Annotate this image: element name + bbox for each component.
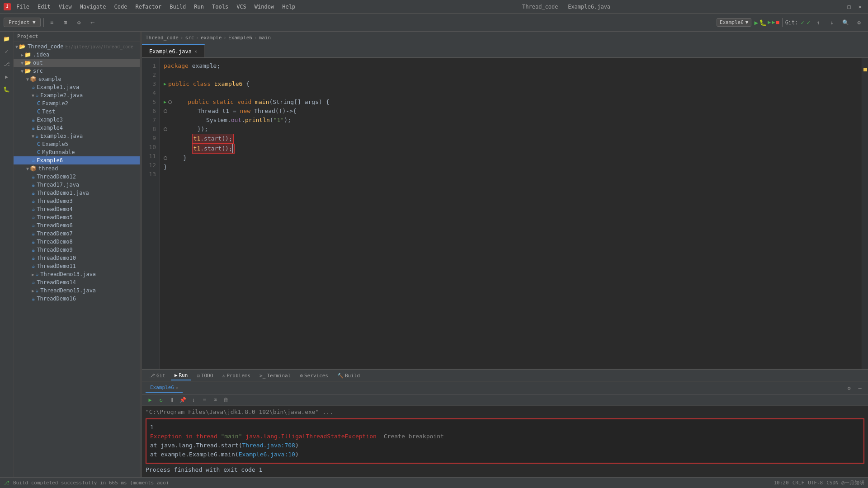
- window-controls[interactable]: — □ ✕: [834, 2, 864, 11]
- tree-item-threaddemo6[interactable]: ☕ ThreadDemo6: [14, 221, 140, 230]
- sidebar-project-icon[interactable]: 📁: [1, 33, 12, 44]
- tool-tab-run[interactable]: ▶ Run: [171, 371, 192, 380]
- tool-tab-git[interactable]: ⎇ Git: [146, 371, 169, 380]
- menu-code[interactable]: Code: [111, 3, 131, 11]
- tree-item-example5[interactable]: ▼ ☕ Example5.java: [14, 132, 140, 140]
- tool-tab-build[interactable]: 🔨 Build: [334, 371, 363, 380]
- tree-item-thread-code[interactable]: ▼ 📂 Thread_code E:/gitee/java/Thread_cod…: [14, 42, 140, 51]
- debug-button[interactable]: 🐛: [759, 19, 767, 26]
- run-stop-button[interactable]: ⏸: [167, 395, 176, 404]
- tree-item-example2[interactable]: ▼ ☕ Example2.java: [14, 91, 140, 99]
- menu-refactor[interactable]: Refactor: [132, 3, 165, 11]
- run-indicator-5[interactable]: ▶: [164, 98, 166, 107]
- tree-item-example4[interactable]: ☕ Example4: [14, 124, 140, 132]
- menu-file[interactable]: File: [13, 3, 33, 11]
- sidebar-commit-icon[interactable]: ✓: [1, 46, 12, 57]
- tree-item-threaddemo12[interactable]: ☕ ThreadDemo12: [14, 173, 140, 181]
- run-rerun-button[interactable]: ↻: [156, 395, 165, 404]
- tab-close-button[interactable]: ✕: [194, 49, 197, 54]
- menu-edit[interactable]: Edit: [34, 3, 54, 11]
- maximize-button[interactable]: □: [844, 2, 854, 11]
- coverage-button[interactable]: ▶: [768, 19, 771, 26]
- stop-button[interactable]: ■: [776, 19, 779, 26]
- tree-item-threaddemo10[interactable]: ☕ ThreadDemo10: [14, 254, 140, 262]
- menu-view[interactable]: View: [55, 3, 75, 11]
- tree-item-threaddemo3[interactable]: ☕ ThreadDemo3: [14, 197, 140, 205]
- tree-item-threaddemo5[interactable]: ☕ ThreadDemo5: [14, 213, 140, 221]
- tree-item-src[interactable]: ▼ 📂 src: [14, 67, 140, 75]
- tree-item-threaddemo1[interactable]: ☕ ThreadDemo1.java: [14, 189, 140, 197]
- sidebar-debug-icon[interactable]: 🐛: [1, 84, 12, 95]
- tab-example6[interactable]: Example6.java ✕: [142, 44, 205, 57]
- run-pin-button[interactable]: 📌: [178, 395, 187, 404]
- tree-item-threaddemo8[interactable]: ☕ ThreadDemo8: [14, 238, 140, 246]
- cog-icon[interactable]: ⚙: [74, 17, 85, 28]
- tree-item-threaddemo14[interactable]: ☕ ThreadDemo14: [14, 278, 140, 286]
- debug-dot-5[interactable]: [168, 100, 172, 104]
- sidebar-run-icon[interactable]: ▶: [1, 71, 12, 82]
- code-content-area[interactable]: package example; ▶ public class Example6…: [160, 58, 862, 369]
- view-mode-list[interactable]: ≡: [47, 17, 57, 28]
- close-button[interactable]: ✕: [855, 2, 864, 11]
- minimize-button[interactable]: —: [834, 2, 843, 11]
- menu-tools[interactable]: Tools: [208, 3, 232, 11]
- run-tab-close[interactable]: ✕: [176, 385, 178, 390]
- tool-tab-terminal[interactable]: >_ Terminal: [256, 371, 294, 380]
- tool-tab-todo[interactable]: ☑ TODO: [193, 371, 217, 380]
- tree-item-example2-sub[interactable]: C Example2: [14, 99, 140, 108]
- menu-help[interactable]: Help: [278, 3, 299, 11]
- tool-tab-problems[interactable]: ⚠ Problems: [219, 371, 255, 380]
- run-restart-button[interactable]: ▶: [146, 395, 155, 404]
- menu-bar[interactable]: File Edit View Navigate Code Refactor Bu…: [13, 3, 299, 11]
- tree-item-threaddemo16[interactable]: ☕ ThreadDemo16: [14, 295, 140, 303]
- tree-item-example1[interactable]: ☕ Example1.java: [14, 83, 140, 91]
- tree-item-threaddemo4[interactable]: ☕ ThreadDemo4: [14, 205, 140, 213]
- warning-marker[interactable]: [863, 68, 867, 71]
- run-settings-icon[interactable]: ⚙: [844, 384, 854, 393]
- menu-vcs[interactable]: VCS: [233, 3, 250, 11]
- run-panel-settings[interactable]: —: [855, 384, 864, 393]
- run-configuration[interactable]: Example6 ▼: [717, 18, 752, 27]
- run-indicator-3[interactable]: ▶: [164, 80, 166, 89]
- project-button[interactable]: Project ▼: [4, 18, 41, 27]
- run-scroll-button[interactable]: ↓: [189, 395, 198, 404]
- run-filter-button[interactable]: ≡: [200, 395, 209, 404]
- menu-run[interactable]: Run: [190, 3, 208, 11]
- tree-item-threaddemo7[interactable]: ☕ ThreadDemo7: [14, 230, 140, 238]
- menu-navigate[interactable]: Navigate: [76, 3, 110, 11]
- run-instance-tab[interactable]: Example6 ✕: [146, 383, 183, 393]
- run-clear-button[interactable]: 🗑: [222, 395, 231, 404]
- view-mode-grid[interactable]: ⊞: [60, 17, 71, 28]
- git-pull-icon[interactable]: ↓: [826, 17, 837, 28]
- tree-item-test[interactable]: C Test: [14, 108, 140, 116]
- search-icon[interactable]: 🔍: [840, 17, 851, 28]
- tree-item-example5-sub[interactable]: C Example5: [14, 140, 140, 148]
- sidebar-git-icon[interactable]: ⎇: [1, 59, 12, 70]
- tree-item-myrunnable[interactable]: C MyRunnable: [14, 148, 140, 156]
- tree-item-thread-folder[interactable]: ▼ 📦 thread: [14, 164, 140, 173]
- debug-dot-6[interactable]: [164, 109, 167, 113]
- filter-icon[interactable]: ⟵: [87, 17, 98, 28]
- git-push-icon[interactable]: ↑: [813, 17, 824, 28]
- tree-item-example6[interactable]: ☕ Example6: [14, 156, 140, 164]
- settings-icon[interactable]: ⚙: [854, 17, 864, 28]
- profile-button[interactable]: ▶: [772, 19, 775, 26]
- debug-dot-8[interactable]: [164, 127, 167, 131]
- tree-item-idea[interactable]: ▶ 📁 .idea: [14, 51, 140, 59]
- tree-item-threaddemo9[interactable]: ☕ ThreadDemo9: [14, 246, 140, 254]
- menu-window[interactable]: Window: [251, 3, 278, 11]
- tree-item-threaddemo15[interactable]: ▶ ☕ ThreadDemo15.java: [14, 286, 140, 295]
- debug-dot-11[interactable]: [164, 156, 167, 160]
- tree-item-thread17[interactable]: ☕ Thread17.java: [14, 181, 140, 189]
- tree-item-example[interactable]: ▼ 📦 example: [14, 75, 140, 83]
- thread-link[interactable]: Thread.java:708: [242, 442, 295, 449]
- tree-item-example3[interactable]: ☕ Example3: [14, 116, 140, 124]
- tree-item-threaddemo11[interactable]: ☕ ThreadDemo11: [14, 262, 140, 270]
- tool-tab-services[interactable]: ⚙ Services: [296, 371, 332, 380]
- run-button[interactable]: ▶: [754, 19, 758, 26]
- menu-build[interactable]: Build: [166, 3, 189, 11]
- run-wrap-button[interactable]: ⌧: [211, 395, 220, 404]
- tree-item-threaddemo13[interactable]: ▶ ☕ ThreadDemo13.java: [14, 270, 140, 278]
- example6-link[interactable]: Example6.java:10: [239, 451, 295, 458]
- tree-item-out[interactable]: ▼ 📂 out: [14, 59, 140, 67]
